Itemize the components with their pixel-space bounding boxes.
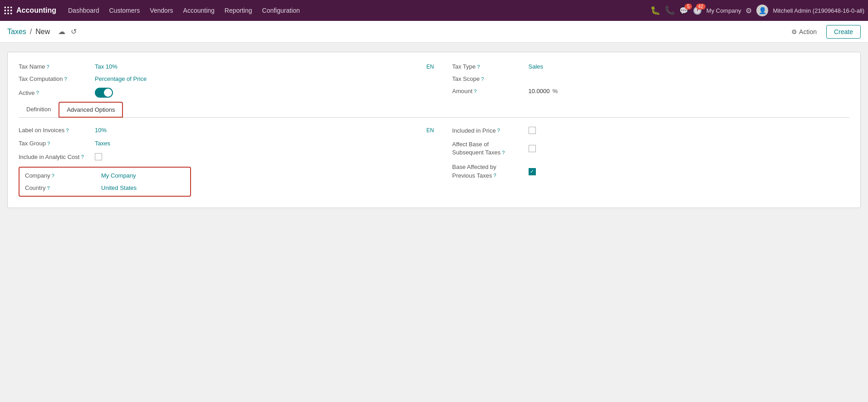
top-fields: Tax Name ? Tax 10% EN Tax Computation ? …	[19, 63, 849, 98]
tax-computation-label-group: Tax Computation ?	[19, 75, 91, 82]
tax-scope-label: Tax Scope	[452, 75, 480, 82]
tax-type-label: Tax Type	[452, 63, 476, 70]
label-on-invoices-lang[interactable]: EN	[427, 127, 434, 134]
left-fields: Tax Name ? Tax 10% EN Tax Computation ? …	[19, 63, 434, 98]
nav-vendors[interactable]: Vendors	[145, 5, 177, 16]
tab-definition[interactable]: Definition	[19, 102, 59, 118]
nav-reporting[interactable]: Reporting	[220, 5, 257, 16]
included-in-price-help[interactable]: ?	[497, 128, 500, 133]
tax-name-value[interactable]: Tax 10%	[95, 63, 118, 70]
label-on-invoices-help[interactable]: ?	[66, 128, 69, 133]
affect-base-label-group: Affect Base of Subsequent Taxes ?	[452, 140, 525, 157]
user-name: Mitchell Admin (21909648-16-0-all)	[773, 7, 864, 14]
bug-icon[interactable]: 🐛	[650, 5, 660, 15]
amount-value[interactable]: 10.0000	[529, 88, 550, 94]
include-analytic-help[interactable]: ?	[81, 154, 83, 159]
avatar[interactable]: 👤	[756, 5, 768, 16]
activity-icon[interactable]: 🕐 42	[693, 6, 702, 15]
company-field: Company ? My Company	[25, 172, 185, 179]
breadcrumb-left: Taxes / New ☁ ↺	[7, 26, 78, 37]
chat-icon[interactable]: 💬 5	[679, 6, 688, 15]
amount-container: 10.0000 %	[529, 88, 558, 94]
active-label: Active	[19, 89, 34, 96]
included-in-price-label-group: Included in Price ?	[452, 127, 525, 134]
nav-accounting[interactable]: Accounting	[179, 5, 219, 16]
toggle-knob	[104, 89, 112, 97]
svg-rect-2	[10, 7, 12, 8]
svg-rect-8	[10, 13, 12, 14]
base-affected-help[interactable]: ?	[493, 172, 496, 179]
tax-name-label: Tax Name	[19, 63, 45, 70]
tax-group-field: Tax Group ? Taxes	[19, 140, 434, 147]
active-toggle[interactable]	[95, 88, 113, 98]
advanced-options-content: Label on Invoices ? 10% EN Tax Group ? T…	[19, 127, 849, 197]
amount-label: Amount	[452, 88, 473, 94]
country-label-group: Country ?	[25, 184, 98, 191]
base-affected-checkbox[interactable]	[529, 168, 536, 175]
base-affected-label: Base Affected by	[452, 163, 496, 171]
nav-configuration[interactable]: Configuration	[258, 5, 304, 16]
phone-icon[interactable]: 📞	[665, 5, 675, 15]
nav-right: 🐛 📞 💬 5 🕐 42 My Company ⚙ 👤 Mitchell Adm…	[650, 5, 864, 16]
label-on-invoices-label: Label on Invoices	[19, 127, 64, 134]
tax-name-field: Tax Name ? Tax 10% EN	[19, 63, 434, 70]
company-value[interactable]: My Company	[101, 172, 136, 179]
breadcrumb-parent[interactable]: Taxes	[7, 28, 26, 36]
affect-base-checkbox[interactable]	[529, 145, 536, 152]
country-field: Country ? United States	[25, 184, 185, 191]
svg-rect-6	[5, 13, 6, 14]
breadcrumb-bar: Taxes / New ☁ ↺ ⚙ Action Create	[0, 21, 868, 43]
svg-rect-0	[5, 7, 6, 8]
tax-computation-value[interactable]: Percentage of Price	[95, 75, 147, 82]
included-in-price-label: Included in Price	[452, 127, 496, 134]
label-on-invoices-label-group: Label on Invoices ?	[19, 127, 91, 134]
company-name[interactable]: My Company	[706, 7, 741, 14]
nav-customers[interactable]: Customers	[105, 5, 145, 16]
breadcrumb-current: New	[35, 28, 50, 36]
base-affected-label2: Previous Taxes	[452, 172, 492, 180]
gear-icon: ⚙	[791, 28, 797, 35]
affect-base-field: Affect Base of Subsequent Taxes ?	[452, 140, 850, 157]
action-button[interactable]: ⚙ Action	[785, 25, 823, 39]
tax-name-lang[interactable]: EN	[427, 64, 434, 70]
company-country-box: Company ? My Company Country ? United St…	[19, 167, 191, 197]
breadcrumb-right: ⚙ Action Create	[785, 25, 861, 39]
tax-type-value[interactable]: Sales	[529, 63, 544, 70]
settings-icon[interactable]: ⚙	[745, 6, 752, 15]
tax-computation-help[interactable]: ?	[64, 76, 67, 82]
tax-name-help[interactable]: ?	[47, 64, 49, 69]
nav-dashboard[interactable]: Dashboard	[64, 5, 104, 16]
save-manually-button[interactable]: ☁	[57, 26, 66, 37]
tab-left-content: Label on Invoices ? 10% EN Tax Group ? T…	[19, 127, 434, 197]
tax-type-help[interactable]: ?	[477, 64, 480, 69]
svg-rect-3	[5, 10, 6, 11]
tax-scope-help[interactable]: ?	[481, 76, 484, 82]
tax-group-value[interactable]: Taxes	[95, 140, 110, 147]
active-help[interactable]: ?	[36, 90, 39, 95]
apps-menu-button[interactable]	[4, 6, 13, 15]
label-on-invoices-value[interactable]: 10%	[95, 127, 107, 134]
form-tabs: Definition Advanced Options	[19, 101, 849, 118]
affect-base-help[interactable]: ?	[502, 149, 505, 156]
tab-advanced-label: Advanced Options	[67, 106, 115, 113]
included-in-price-checkbox[interactable]	[529, 127, 536, 134]
svg-rect-7	[7, 13, 9, 14]
amount-help[interactable]: ?	[474, 89, 476, 94]
tax-name-label-group: Tax Name ?	[19, 63, 91, 70]
include-analytic-field: Include in Analytic Cost ?	[19, 153, 434, 160]
affect-base-label2: Subsequent Taxes	[452, 149, 501, 157]
tab-advanced-options[interactable]: Advanced Options	[59, 102, 123, 118]
label-on-invoices-field: Label on Invoices ? 10% EN	[19, 127, 434, 134]
included-in-price-field: Included in Price ?	[452, 127, 850, 134]
country-help[interactable]: ?	[47, 185, 50, 191]
right-fields: Tax Type ? Sales Tax Scope ? Am	[434, 63, 850, 98]
tax-group-help[interactable]: ?	[47, 141, 50, 146]
discard-button[interactable]: ↺	[70, 26, 78, 37]
chat-badge: 5	[685, 4, 692, 10]
country-value[interactable]: United States	[101, 184, 137, 191]
svg-rect-1	[7, 7, 9, 8]
include-analytic-checkbox[interactable]	[95, 153, 102, 160]
company-help[interactable]: ?	[52, 173, 54, 179]
create-button[interactable]: Create	[826, 25, 861, 39]
include-analytic-label-group: Include in Analytic Cost ?	[19, 154, 91, 160]
